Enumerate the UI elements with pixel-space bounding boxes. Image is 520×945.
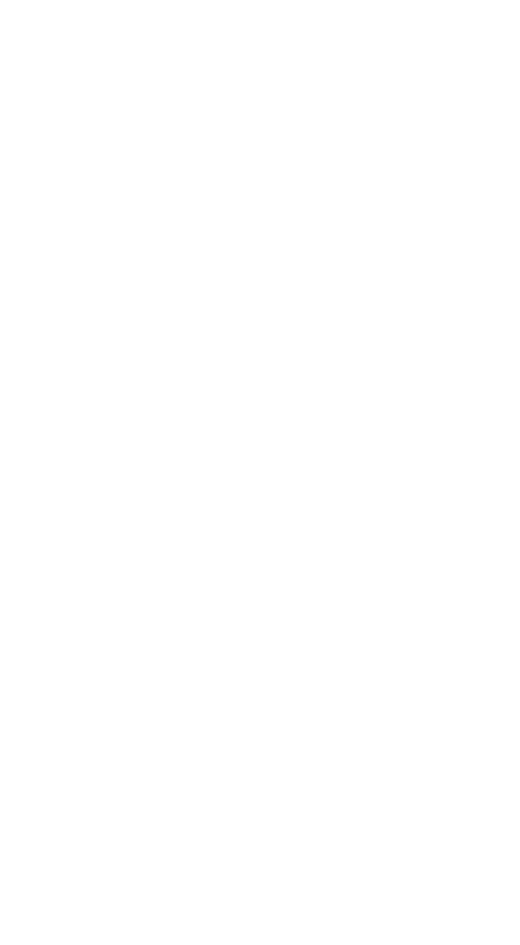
org-chart <box>0 0 520 945</box>
